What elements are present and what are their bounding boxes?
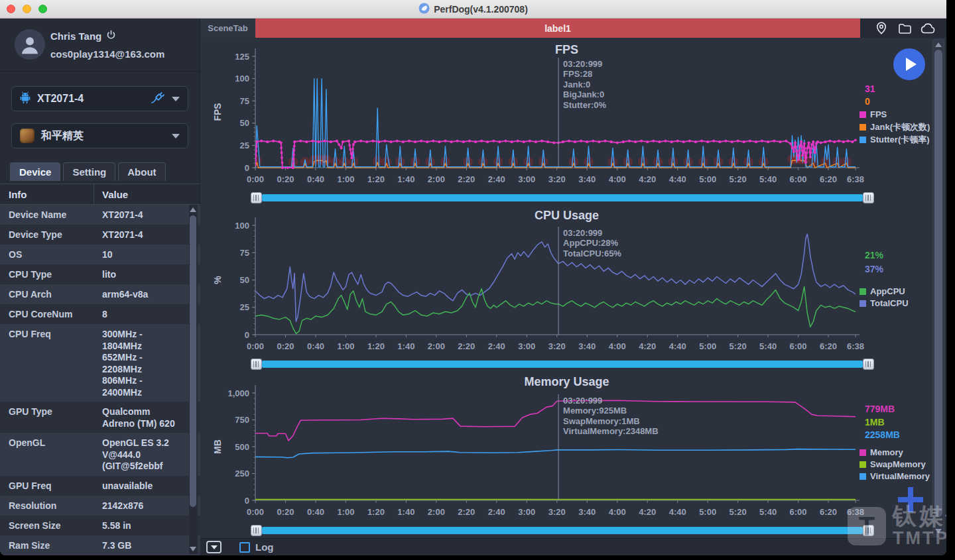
svg-text:4:20: 4:20 bbox=[639, 341, 656, 351]
scrollbar-thumb[interactable] bbox=[934, 50, 942, 517]
panel-scrollbar[interactable] bbox=[932, 39, 944, 537]
table-row[interactable]: OpenGLOpenGL ES 3.2V@444.0(GIT@5f2ebbf bbox=[0, 433, 200, 476]
svg-text:5:40: 5:40 bbox=[759, 174, 777, 184]
window-title-text: PerfDog(v4.1.200708) bbox=[434, 4, 528, 15]
range-handle-left[interactable] bbox=[251, 525, 262, 536]
svg-text:3:00: 3:00 bbox=[518, 507, 535, 517]
power-icon[interactable] bbox=[106, 30, 116, 42]
range-bar[interactable] bbox=[262, 361, 863, 368]
fps-chart[interactable]: FPSFPS02550751001250:000:200:401:001:201… bbox=[200, 38, 930, 205]
range-handle-left[interactable] bbox=[251, 359, 262, 370]
svg-text:2:20: 2:20 bbox=[458, 341, 475, 351]
table-row[interactable]: Device TypeXT2071-4 bbox=[0, 225, 200, 245]
svg-text:3:20: 3:20 bbox=[548, 174, 566, 184]
scene-bar: SceneTab label1 bbox=[200, 19, 946, 38]
table-row[interactable]: Resolution2142x876 bbox=[0, 496, 200, 516]
usb-connection-icon[interactable] bbox=[151, 91, 165, 107]
scroll-down-arrow-icon[interactable] bbox=[190, 547, 196, 551]
y-axis-label: % bbox=[212, 276, 223, 284]
table-row[interactable]: GPU TypeQualcommAdreno (TM) 620 bbox=[0, 402, 200, 433]
tab-about[interactable]: About bbox=[118, 162, 165, 181]
svg-text:3:40: 3:40 bbox=[578, 174, 596, 184]
log-checkbox[interactable] bbox=[239, 542, 250, 553]
sidebar-tabs: Device Setting About bbox=[10, 162, 166, 181]
value-cell: 7.3 GB bbox=[94, 539, 200, 552]
svg-text:6:00: 6:00 bbox=[790, 341, 807, 351]
scene-tab-label1[interactable]: label1 bbox=[255, 19, 860, 38]
table-row[interactable]: Ram Size7.3 GB bbox=[0, 535, 200, 555]
add-chart-button[interactable] bbox=[895, 484, 926, 515]
app-selector[interactable]: 和平精英 bbox=[11, 123, 188, 148]
range-bar[interactable] bbox=[262, 194, 863, 201]
range-handle-right[interactable] bbox=[863, 192, 874, 203]
range-handle-right[interactable] bbox=[863, 525, 874, 536]
info-cell: CPU Type bbox=[0, 268, 94, 281]
info-cell: GPU Type bbox=[0, 405, 94, 418]
svg-text:6:00: 6:00 bbox=[790, 507, 807, 517]
range-handle-right[interactable] bbox=[863, 359, 874, 370]
cpu-usage-chart[interactable]: CPU Usage%02550751000:000:200:401:001:20… bbox=[200, 205, 930, 372]
legend-current-value: 31 bbox=[865, 84, 875, 94]
minimize-button[interactable] bbox=[23, 5, 31, 13]
svg-text:1:20: 1:20 bbox=[367, 507, 385, 517]
svg-text:5:40: 5:40 bbox=[759, 341, 777, 351]
avatar[interactable] bbox=[15, 29, 45, 60]
device-selector[interactable]: XT2071-4 bbox=[11, 86, 188, 111]
svg-text:6:00: 6:00 bbox=[790, 174, 807, 184]
folder-icon[interactable] bbox=[897, 21, 913, 36]
svg-text:3:20: 3:20 bbox=[548, 507, 566, 517]
column-header-info: Info bbox=[0, 184, 94, 204]
play-button[interactable] bbox=[893, 48, 925, 80]
legend-item-label: Stutter(卡顿率) bbox=[870, 135, 930, 144]
svg-text:5:20: 5:20 bbox=[730, 507, 747, 517]
cloud-icon[interactable] bbox=[920, 21, 936, 36]
table-row[interactable]: OS10 bbox=[0, 245, 200, 264]
svg-text:2:00: 2:00 bbox=[428, 507, 445, 517]
traffic-lights bbox=[7, 5, 47, 13]
svg-text:0:00: 0:00 bbox=[247, 174, 264, 184]
svg-text:750: 750 bbox=[235, 415, 249, 425]
series-line-virtualmemory bbox=[255, 449, 856, 458]
collapse-panel-button[interactable] bbox=[206, 541, 222, 553]
svg-text:25: 25 bbox=[240, 302, 249, 312]
table-row[interactable]: CPU CoreNum8 bbox=[0, 304, 200, 324]
titlebar: PerfDog(v4.1.200708) bbox=[0, 0, 946, 19]
svg-text:4:40: 4:40 bbox=[669, 507, 686, 517]
svg-text:Memory:925MB: Memory:925MB bbox=[563, 406, 627, 416]
info-cell: Resolution bbox=[0, 499, 94, 512]
table-row[interactable]: CPU Archarm64-v8a bbox=[0, 284, 200, 304]
scroll-up-arrow-icon[interactable] bbox=[935, 42, 942, 47]
tab-device[interactable]: Device bbox=[10, 162, 60, 181]
svg-text:0:20: 0:20 bbox=[277, 341, 294, 351]
svg-text:3:00: 3:00 bbox=[518, 174, 535, 184]
svg-text:1:20: 1:20 bbox=[367, 341, 385, 351]
svg-text:4:40: 4:40 bbox=[669, 174, 686, 184]
legend-current-value: 0 bbox=[865, 96, 870, 107]
svg-text:5:00: 5:00 bbox=[699, 174, 716, 184]
svg-text:50: 50 bbox=[240, 275, 249, 285]
window-title: PerfDog(v4.1.200708) bbox=[418, 3, 528, 16]
table-row[interactable]: CPU Freq300MHz -1804MHz652MHz -2208MHz80… bbox=[0, 324, 200, 402]
scrollbar-thumb[interactable] bbox=[190, 215, 196, 507]
table-row[interactable]: Screen Size5.58 in bbox=[0, 516, 200, 535]
y-axis-label: FPS bbox=[212, 103, 223, 121]
table-row[interactable]: GPU Frequnavailable bbox=[0, 476, 200, 496]
svg-text:FPS: FPS bbox=[555, 43, 578, 56]
table-row[interactable]: LMK Threshold221MB bbox=[0, 555, 200, 556]
zoom-button[interactable] bbox=[38, 5, 47, 13]
location-pin-icon[interactable] bbox=[873, 21, 889, 36]
scroll-up-arrow-icon[interactable] bbox=[190, 207, 196, 212]
range-bar[interactable] bbox=[262, 527, 863, 534]
svg-text:0:20: 0:20 bbox=[277, 507, 294, 517]
value-cell: 300MHz -1804MHz652MHz -2208MHz806MHz -24… bbox=[94, 327, 200, 398]
memory-usage-chart[interactable]: Memory UsageMB02505007501,0000:000:200:4… bbox=[200, 372, 930, 538]
close-button[interactable] bbox=[7, 5, 15, 13]
scroll-down-arrow-icon[interactable] bbox=[935, 529, 942, 533]
range-handle-left[interactable] bbox=[251, 192, 262, 203]
table-row[interactable]: CPU Typelito bbox=[0, 264, 200, 284]
sidebar-scrollbar[interactable] bbox=[189, 205, 198, 554]
table-row[interactable]: Device NameXT2071-4 bbox=[0, 205, 200, 225]
svg-text:75: 75 bbox=[240, 96, 249, 106]
svg-text:2:20: 2:20 bbox=[458, 507, 475, 517]
tab-setting[interactable]: Setting bbox=[63, 162, 115, 181]
